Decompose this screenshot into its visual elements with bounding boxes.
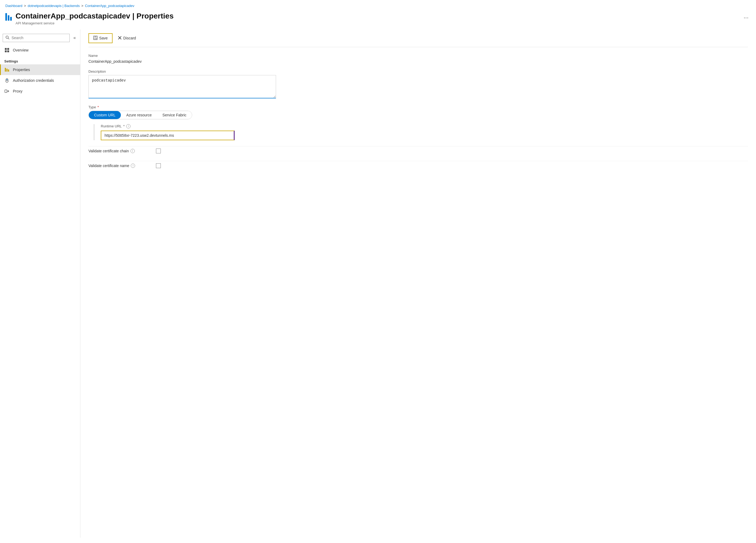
sidebar-item-overview[interactable]: Overview	[0, 45, 80, 55]
svg-rect-13	[94, 36, 96, 37]
sidebar-item-overview-label: Overview	[13, 48, 28, 52]
type-selector: Custom URL Azure resource Service Fabric	[88, 111, 192, 119]
breadcrumb: Dashboard > dotnetpodcastdevapis | Backe…	[0, 0, 756, 10]
sidebar-item-proxy-label: Proxy	[13, 89, 23, 93]
sidebar-item-properties-label: Properties	[13, 68, 30, 72]
description-input[interactable]	[88, 75, 276, 98]
svg-rect-7	[6, 69, 8, 72]
validate-cert-name-info-icon[interactable]: i	[131, 163, 135, 168]
type-field: Type * Custom URL Azure resource Service…	[88, 105, 748, 140]
svg-rect-11	[5, 90, 7, 92]
sidebar-item-auth-label: Authorization credentials	[13, 78, 54, 83]
name-field: Name ContainerApp_podcastapicadev	[88, 54, 748, 64]
runtime-url-label-text: Runtime URL	[101, 124, 122, 128]
breadcrumb-container-app[interactable]: ContainerApp_podcastapicadev	[85, 4, 134, 8]
name-value: ContainerApp_podcastapicadev	[88, 59, 748, 64]
search-box	[3, 34, 70, 42]
overview-icon	[4, 47, 10, 53]
toolbar: Save Discard	[88, 29, 748, 47]
validate-cert-chain-info-icon[interactable]: i	[131, 149, 135, 153]
page-subtitle: API Management service	[16, 21, 738, 25]
proxy-icon	[4, 88, 10, 94]
main-content: Save Discard Name ContainerApp_podcastap…	[80, 29, 756, 538]
search-input[interactable]	[12, 36, 67, 40]
svg-rect-6	[5, 68, 6, 72]
properties-icon	[4, 67, 10, 72]
search-icon	[6, 36, 9, 40]
svg-rect-4	[5, 50, 7, 52]
validate-cert-chain-row: Validate certificate chain i	[88, 146, 748, 155]
auth-icon	[4, 78, 10, 83]
runtime-url-section: Runtime URL * i	[94, 124, 748, 140]
page-title: ContainerApp_podcastapicadev | Propertie…	[16, 12, 738, 21]
svg-rect-15	[95, 38, 95, 39]
type-option-azure-resource[interactable]: Azure resource	[121, 111, 157, 119]
validate-cert-chain-label: Validate certificate chain	[88, 149, 129, 153]
validate-cert-name-checkbox[interactable]	[156, 163, 161, 168]
breadcrumb-backends[interactable]: dotnetpodcastdevapis | Backends	[28, 4, 80, 8]
sidebar-item-authorization-credentials[interactable]: Authorization credentials	[0, 75, 80, 86]
breadcrumb-dashboard[interactable]: Dashboard	[5, 4, 23, 8]
description-label: Description	[88, 69, 748, 73]
svg-rect-5	[7, 50, 9, 52]
svg-point-10	[6, 79, 8, 80]
more-options-button[interactable]: ···	[742, 13, 751, 22]
save-icon	[93, 36, 98, 41]
sidebar: « Overview Settings	[0, 29, 80, 538]
validate-cert-chain-checkbox[interactable]	[156, 148, 161, 153]
runtime-url-input[interactable]	[101, 131, 235, 140]
svg-rect-8	[8, 69, 9, 72]
description-field: Description	[88, 69, 748, 99]
svg-rect-3	[7, 48, 9, 50]
type-option-service-fabric[interactable]: Service Fabric	[157, 111, 192, 119]
discard-icon	[118, 36, 122, 40]
runtime-url-info-icon[interactable]: i	[126, 124, 131, 128]
save-button[interactable]: Save	[88, 33, 113, 43]
collapse-sidebar-button[interactable]: «	[72, 34, 77, 41]
sidebar-item-proxy[interactable]: Proxy	[0, 86, 80, 96]
svg-line-1	[8, 38, 9, 39]
validate-cert-name-row: Validate certificate name i	[88, 161, 748, 170]
page-header: ContainerApp_podcastapicadev | Propertie…	[0, 10, 756, 29]
settings-section-title: Settings	[0, 55, 80, 64]
name-label: Name	[88, 54, 748, 58]
azure-logo	[5, 12, 12, 21]
svg-rect-2	[5, 48, 7, 50]
validate-cert-name-label: Validate certificate name	[88, 163, 129, 168]
discard-button[interactable]: Discard	[114, 34, 140, 42]
type-option-custom-url[interactable]: Custom URL	[89, 111, 121, 119]
sidebar-item-properties[interactable]: Properties	[0, 64, 80, 75]
type-label: Type *	[88, 105, 748, 109]
